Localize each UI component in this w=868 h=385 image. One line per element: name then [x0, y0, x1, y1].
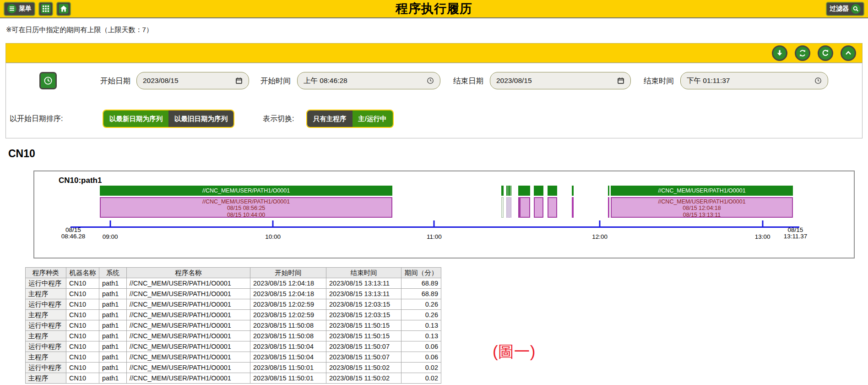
end-date-label: 结束日期 — [453, 72, 483, 89]
timeline-bar-main — [518, 186, 530, 196]
column-header: 结束时间 — [326, 268, 401, 278]
table-row: 运行中程序CN10path1//CNC_MEM/USER/PATH1/O0001… — [26, 299, 441, 310]
sort-order-group: 以最新日期为序列 以最旧日期为序列 — [103, 110, 234, 128]
sync-button[interactable] — [795, 45, 810, 61]
table-cell: 运行中程序 — [26, 299, 66, 310]
filter-button[interactable]: 过滤器 — [826, 2, 864, 16]
table-row: 主程序CN10path1//CNC_MEM/USER/PATH1/O000120… — [26, 331, 441, 341]
collapse-button[interactable] — [841, 45, 856, 61]
display-toggle-group: 只有主程序 主/运行中 — [306, 110, 394, 128]
menu-button-label: 菜单 — [19, 5, 32, 13]
table-cell: CN10 — [66, 352, 99, 363]
table-row: 运行中程序CN10path1//CNC_MEM/USER/PATH1/O0001… — [26, 278, 441, 289]
table-cell: path1 — [99, 289, 127, 299]
table-cell: path1 — [99, 299, 127, 310]
table-cell: 2023/08/15 13:13:11 — [326, 278, 401, 289]
display-toggle-label: 表示切换: — [263, 110, 294, 127]
download-icon — [775, 49, 784, 58]
table-row: 主程序CN10path1//CNC_MEM/USER/PATH1/O000120… — [26, 310, 441, 320]
sync-icon — [798, 49, 807, 58]
table-cell: 68.89 — [401, 289, 441, 299]
table-cell: CN10 — [66, 289, 99, 299]
timeline-bar-running — [501, 197, 504, 218]
table-cell: //CNC_MEM/USER/PATH1/O0001 — [127, 310, 250, 320]
table-cell: CN10 — [66, 320, 99, 331]
start-date-label: 开始日期 — [100, 72, 130, 89]
sort-newest-button[interactable]: 以最新日期为序列 — [103, 110, 168, 127]
table-cell: 2023/08/15 13:13:11 — [326, 289, 401, 299]
table-cell: 2023/08/15 12:02:59 — [250, 299, 326, 310]
timeline-row-running-program: //CNC_MEM/USER/PATH1/O000108/15 08:56:25… — [73, 197, 797, 218]
sort-order-label: 以开始日期排序: — [10, 110, 63, 127]
start-date-input[interactable]: 2023/08/15 — [136, 72, 249, 89]
table-cell: 0.02 — [401, 363, 441, 373]
timeline-bar-main — [548, 186, 557, 196]
download-button[interactable] — [772, 45, 787, 61]
table-cell: 2023/08/15 11:50:08 — [250, 331, 326, 341]
table-cell: 2023/08/15 11:50:02 — [326, 363, 401, 373]
machine-section-title: CN10 — [8, 148, 35, 160]
home-button[interactable] — [56, 2, 71, 16]
bar-text-line: 08/15 10:44:00 — [101, 212, 391, 218]
bar-text-line: 08/15 13:13:11 — [612, 212, 792, 218]
hamburger-icon — [7, 4, 16, 13]
table-row: 主程序CN10path1//CNC_MEM/USER/PATH1/O000120… — [26, 289, 441, 299]
table-cell: //CNC_MEM/USER/PATH1/O0001 — [127, 278, 250, 289]
timeline-row-main-program: //CNC_MEM/USER/PATH1/O0001//CNC_MEM/USER… — [73, 186, 797, 196]
program-history-table: 程序种类机器名称系统程序名称开始时间结束时间期间（分） 运行中程序CN10pat… — [25, 267, 441, 384]
table-cell: 2023/08/15 11:50:04 — [250, 341, 326, 352]
sort-oldest-button[interactable]: 以最旧日期为序列 — [168, 110, 233, 127]
display-main-only-button[interactable]: 只有主程序 — [307, 110, 353, 127]
table-cell: 运行中程序 — [26, 363, 66, 373]
refresh-button[interactable] — [818, 45, 833, 61]
end-time-value: 下午 01:11:37 — [687, 76, 814, 86]
table-cell: 2023/08/15 11:50:07 — [326, 352, 401, 363]
table-cell: //CNC_MEM/USER/PATH1/O0001 — [127, 320, 250, 331]
timeline-bar-running: //CNC_MEM/USER/PATH1/O000108/15 12:04:18… — [611, 197, 793, 218]
timeline-bar-running — [510, 197, 511, 218]
timeline-bar-running: //CNC_MEM/USER/PATH1/O000108/15 08:56:25… — [100, 197, 392, 218]
page-title: 程序执行履历 — [0, 0, 868, 17]
table-cell: 2023/08/15 11:50:02 — [326, 373, 401, 384]
calendar-limit-note: ※可在日历中指定的期间有上限（上限天数：7） — [6, 26, 153, 34]
table-cell: //CNC_MEM/USER/PATH1/O0001 — [127, 352, 250, 363]
menu-button[interactable]: 菜单 — [4, 2, 35, 16]
timeline-bar-main — [508, 186, 510, 196]
table-cell: 2023/08/15 11:50:15 — [326, 320, 401, 331]
table-row: 主程序CN10path1//CNC_MEM/USER/PATH1/O000120… — [26, 373, 441, 384]
grid-icon — [41, 4, 51, 14]
table-cell: CN10 — [66, 363, 99, 373]
chart-toolbar — [5, 43, 863, 63]
axis-end-label: 08/15 13:11.37 — [784, 227, 808, 240]
table-cell: CN10 — [66, 299, 99, 310]
timeline-bar-running — [506, 197, 507, 218]
table-cell: path1 — [99, 373, 127, 384]
display-main-running-button[interactable]: 主/运行中 — [353, 110, 393, 127]
table-cell: 68.89 — [401, 278, 441, 289]
table-cell: 0.13 — [401, 320, 441, 331]
timeline-chart: CN10:path1 //CNC_MEM/USER/PATH1/O0001//C… — [33, 170, 855, 258]
table-cell: 2023/08/15 11:50:08 — [250, 320, 326, 331]
start-time-input[interactable]: 上午 08:46:28 — [297, 72, 440, 89]
end-date-input[interactable]: 2023/08/15 — [490, 72, 631, 89]
start-time-label: 开始时间 — [260, 72, 291, 89]
table-cell: path1 — [99, 352, 127, 363]
axis-start-time: 08:46.28 — [61, 233, 86, 240]
table-cell: path1 — [99, 278, 127, 289]
table-cell: path1 — [99, 331, 127, 341]
header-left-buttons: 菜单 — [4, 2, 71, 16]
table-cell: 主程序 — [26, 352, 66, 363]
column-header: 程序种类 — [26, 268, 66, 278]
end-time-input[interactable]: 下午 01:11:37 — [680, 72, 828, 89]
table-row: 主程序CN10path1//CNC_MEM/USER/PATH1/O000120… — [26, 352, 441, 363]
table-cell: //CNC_MEM/USER/PATH1/O0001 — [127, 299, 250, 310]
time-range-button[interactable] — [39, 72, 57, 89]
timeline-bar-main — [506, 186, 507, 196]
table-cell: 0.02 — [401, 373, 441, 384]
table-cell: //CNC_MEM/USER/PATH1/O0001 — [127, 331, 250, 341]
start-date-value: 2023/08/15 — [143, 77, 235, 85]
table-cell: path1 — [99, 310, 127, 320]
table-cell: //CNC_MEM/USER/PATH1/O0001 — [127, 341, 250, 352]
apps-grid-button[interactable] — [38, 2, 53, 16]
table-row: 运行中程序CN10path1//CNC_MEM/USER/PATH1/O0001… — [26, 363, 441, 373]
